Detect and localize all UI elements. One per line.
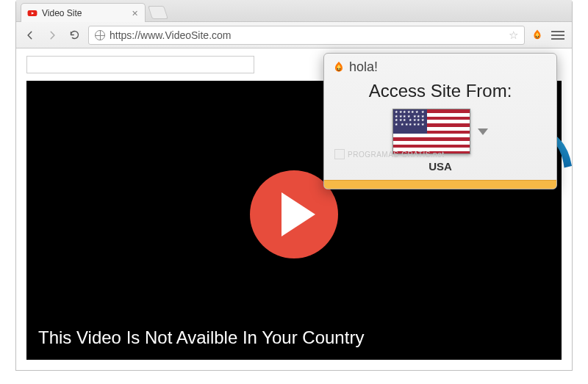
popup-brand: hola!: [349, 59, 378, 75]
watermark: PROGRAMAS-GRATIS.net: [334, 149, 445, 159]
hola-popup: hola! Access Site From: ★★★★★★ ★★★★★ ★★★…: [323, 53, 557, 189]
reload-button[interactable]: [66, 27, 82, 43]
svg-point-3: [538, 35, 539, 37]
selected-country-label: USA: [324, 157, 556, 180]
tab-title: Video Site: [42, 8, 82, 18]
hola-flame-icon: [331, 60, 346, 75]
popup-title: Access Site From:: [324, 76, 556, 109]
video-unavailable-message: This Video Is Not Availble In Your Count…: [38, 327, 550, 348]
back-button[interactable]: [22, 27, 38, 43]
download-icon: [334, 149, 345, 159]
search-input[interactable]: [26, 56, 254, 73]
svg-point-2: [536, 35, 537, 37]
svg-point-5: [340, 68, 341, 69]
chrome-menu-button[interactable]: [550, 27, 566, 43]
navigation-bar: https://www.VideoSite.com ☆: [16, 22, 572, 48]
tab-bar: Video Site ✕: [16, 0, 572, 22]
popup-header: hola!: [324, 54, 556, 76]
hola-extension-icon[interactable]: [531, 29, 544, 42]
bookmark-star-icon[interactable]: ☆: [509, 29, 518, 42]
usa-flag-icon: ★★★★★★ ★★★★★ ★★★★★★ ★★★★★ ★★★★★★: [392, 109, 470, 154]
forward-button[interactable]: [44, 27, 60, 43]
hamburger-icon: [551, 31, 564, 40]
close-tab-icon[interactable]: ✕: [130, 9, 139, 18]
play-icon: [282, 192, 315, 236]
youtube-icon: [27, 8, 37, 18]
svg-point-4: [337, 68, 339, 69]
dropdown-chevron-icon: [478, 128, 488, 135]
watermark-text: PROGRAMAS-GRATIS.net: [348, 151, 445, 159]
new-tab-button[interactable]: [148, 6, 168, 19]
popup-accent-bar: [324, 180, 556, 189]
browser-tab[interactable]: Video Site ✕: [21, 3, 146, 22]
address-bar[interactable]: https://www.VideoSite.com ☆: [88, 26, 525, 45]
address-url: https://www.VideoSite.com: [110, 29, 231, 41]
site-identity-icon: [95, 30, 105, 40]
browser-window: Video Site ✕ https://www.VideoSite.com ☆: [15, 0, 573, 371]
